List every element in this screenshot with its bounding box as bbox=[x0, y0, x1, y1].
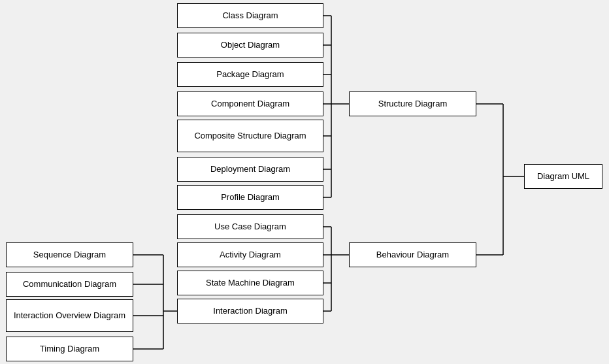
object-diagram-node: Object Diagram bbox=[177, 33, 323, 58]
timing-diagram-node: Timing Diagram bbox=[6, 337, 133, 361]
behaviour-diagram-node: Behaviour Diagram bbox=[349, 242, 476, 267]
diagram-canvas: Class Diagram Object Diagram Package Dia… bbox=[0, 0, 609, 364]
activity-diagram-node: Activity Diagram bbox=[177, 242, 323, 267]
interaction-overview-node: Interaction Overview Diagram bbox=[6, 299, 133, 332]
communication-diagram-node: Communication Diagram bbox=[6, 272, 133, 297]
package-diagram-node: Package Diagram bbox=[177, 62, 323, 87]
profile-diagram-node: Profile Diagram bbox=[177, 185, 323, 210]
component-diagram-node: Component Diagram bbox=[177, 91, 323, 116]
structure-diagram-node: Structure Diagram bbox=[349, 91, 476, 116]
diagram-uml-node: Diagram UML bbox=[524, 164, 602, 189]
state-machine-diagram-node: State Machine Diagram bbox=[177, 271, 323, 295]
deployment-diagram-node: Deployment Diagram bbox=[177, 157, 323, 182]
interaction-diagram-node: Interaction Diagram bbox=[177, 299, 323, 323]
class-diagram-node: Class Diagram bbox=[177, 3, 323, 28]
composite-structure-node: Composite Structure Diagram bbox=[177, 120, 323, 152]
sequence-diagram-node: Sequence Diagram bbox=[6, 242, 133, 267]
use-case-diagram-node: Use Case Diagram bbox=[177, 214, 323, 239]
